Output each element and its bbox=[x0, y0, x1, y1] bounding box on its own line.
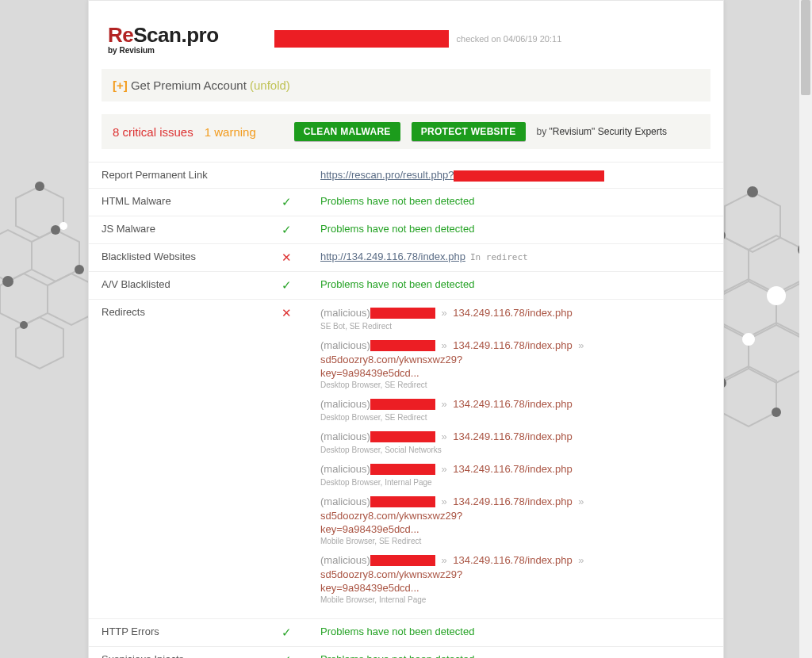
redirect-item: (malicious) » 134.249.116.78/index.phpSE… bbox=[320, 306, 710, 331]
redirect-item: (malicious) » 134.249.116.78/index.phpDe… bbox=[320, 430, 710, 454]
redirect-source-redacted bbox=[370, 464, 435, 475]
label-http-errors: HTTP Errors bbox=[89, 618, 265, 646]
malicious-tag: (malicious) bbox=[320, 339, 370, 351]
label-permalink: Report Permanent Link bbox=[89, 163, 265, 189]
malicious-tag: (malicious) bbox=[320, 463, 370, 475]
label-av-blacklisted: A/V Blacklisted bbox=[89, 271, 265, 299]
malicious-tag: (malicious) bbox=[320, 554, 370, 566]
arrow-icon: » bbox=[435, 398, 453, 410]
redirect-meta: SE Bot, SE Redirect bbox=[320, 322, 710, 331]
value-av-blacklisted: Problems have not been detected bbox=[320, 278, 474, 290]
malicious-tag: (malicious) bbox=[320, 495, 370, 507]
redirect-target[interactable]: 134.249.116.78/index.php bbox=[453, 398, 572, 410]
permalink-url[interactable]: https://rescan.pro/result.php? bbox=[320, 169, 454, 181]
by-experts: by "Revisium" Security Experts bbox=[537, 126, 668, 137]
redirect-meta: Desktop Browser, Social Networks bbox=[320, 446, 710, 454]
redirect-item: (malicious) » 134.249.116.78/index.phpDe… bbox=[320, 462, 710, 487]
redirect-key-line: key=9a98439e5dcd... bbox=[320, 523, 710, 535]
logo-part-scan: Scan bbox=[133, 23, 181, 47]
scanned-domain-redacted bbox=[274, 30, 449, 48]
redirect-source-redacted bbox=[370, 555, 435, 566]
arrow-icon: » bbox=[435, 554, 453, 566]
redirect-target[interactable]: 134.249.116.78/index.php bbox=[453, 463, 572, 475]
warning-count: 1 warning bbox=[205, 125, 256, 139]
arrow-icon: » bbox=[573, 339, 588, 351]
redirect-meta: Desktop Browser, Internal Page bbox=[320, 478, 710, 487]
row-js-malware: JS Malware ✓ Problems have not been dete… bbox=[89, 216, 723, 243]
row-permalink: Report Permanent Link https://rescan.pro… bbox=[89, 163, 723, 189]
check-icon: ✓ bbox=[282, 653, 292, 658]
blacklisted-url[interactable]: http://134.249.116.78/index.php bbox=[320, 251, 465, 262]
value-suspicious-injects: Problems have not been detected bbox=[320, 653, 474, 658]
permalink-token-redacted bbox=[454, 170, 604, 182]
redirect-meta: Mobile Browser, SE Redirect bbox=[320, 537, 710, 545]
malicious-tag: (malicious) bbox=[320, 430, 370, 442]
row-redirects: Redirects ✕ (malicious) » 134.249.116.78… bbox=[89, 299, 723, 618]
label-blacklisted: Blacklisted Websites bbox=[89, 243, 265, 271]
premium-text: Get Premium Account bbox=[128, 78, 250, 92]
logo-part-re: Re bbox=[108, 23, 133, 47]
arrow-icon: » bbox=[435, 307, 453, 319]
redirect-target[interactable]: 134.249.116.78/index.php bbox=[453, 495, 572, 507]
protect-website-button[interactable]: PROTECT WEBSITE bbox=[412, 122, 526, 141]
redirect-key-line: key=9a98439e5dcd... bbox=[320, 367, 710, 379]
value-html-malware: Problems have not been detected bbox=[320, 195, 474, 207]
malicious-tag: (malicious) bbox=[320, 307, 370, 319]
malicious-tag: (malicious) bbox=[320, 398, 370, 410]
redirect-meta: Desktop Browser, SE Redirect bbox=[320, 413, 710, 422]
arrow-icon: » bbox=[435, 339, 453, 351]
value-js-malware: Problems have not been detected bbox=[320, 223, 474, 235]
redirect-item: (malicious) » 134.249.116.78/index.phpDe… bbox=[320, 397, 710, 422]
redirect-meta: Mobile Browser, Internal Page bbox=[320, 595, 710, 604]
redirect-source-redacted bbox=[370, 399, 435, 410]
scrollbar-thumb[interactable] bbox=[801, 0, 810, 95]
check-icon: ✓ bbox=[282, 278, 292, 292]
label-suspicious-injects: Suspicious Injects bbox=[89, 646, 265, 658]
cross-icon: ✕ bbox=[282, 306, 292, 319]
redirect-source-redacted bbox=[370, 340, 435, 351]
header: ReScan.pro by Revisium checked on 04/06/… bbox=[89, 1, 723, 69]
revisium-experts-link[interactable]: "Revisium" Security Experts bbox=[550, 126, 668, 137]
report-page: ReScan.pro by Revisium checked on 04/06/… bbox=[88, 0, 724, 658]
row-http-errors: HTTP Errors ✓ Problems have not been det… bbox=[89, 618, 723, 646]
unfold-icon[interactable]: [+] bbox=[113, 78, 128, 92]
check-icon: ✓ bbox=[282, 223, 292, 236]
report-table: Report Permanent Link https://rescan.pro… bbox=[89, 162, 723, 658]
value-http-errors: Problems have not been detected bbox=[320, 625, 474, 637]
in-redirect-tag: In redirect bbox=[470, 252, 528, 262]
redirect-key-line: key=9a98439e5dcd... bbox=[320, 582, 710, 594]
label-js-malware: JS Malware bbox=[89, 216, 265, 243]
label-redirects: Redirects bbox=[89, 299, 265, 618]
checked-on-label: checked on 04/06/19 20:11 bbox=[457, 34, 562, 44]
row-blacklisted: Blacklisted Websites ✕ http://134.249.11… bbox=[89, 243, 723, 271]
redirect-target[interactable]: sd5doozry8.com/ykwnsxwz29? bbox=[320, 354, 462, 365]
unfold-label[interactable]: (unfold) bbox=[250, 78, 290, 92]
critical-issues-count: 8 critical issues bbox=[113, 125, 193, 139]
redirect-source-redacted bbox=[370, 308, 435, 319]
redirect-source-redacted bbox=[370, 496, 435, 507]
clean-malware-button[interactable]: CLEAN MALWARE bbox=[294, 122, 400, 141]
arrow-icon: » bbox=[435, 463, 453, 475]
redirect-target[interactable]: 134.249.116.78/index.php bbox=[453, 554, 572, 566]
redirect-target[interactable]: sd5doozry8.com/ykwnsxwz29? bbox=[320, 510, 462, 522]
redirect-target[interactable]: 134.249.116.78/index.php bbox=[453, 307, 572, 319]
logo[interactable]: ReScan.pro by Revisium bbox=[108, 23, 219, 55]
issues-summary-bar: 8 critical issues 1 warning CLEAN MALWAR… bbox=[102, 114, 710, 149]
redirect-target[interactable]: sd5doozry8.com/ykwnsxwz29? bbox=[320, 568, 462, 580]
redirects-list: (malicious) » 134.249.116.78/index.phpSE… bbox=[308, 299, 723, 618]
row-html-malware: HTML Malware ✓ Problems have not been de… bbox=[89, 188, 723, 216]
redirect-source-redacted bbox=[370, 431, 435, 442]
logo-part-pro: .pro bbox=[181, 23, 218, 47]
scrollbar[interactable] bbox=[799, 0, 812, 658]
redirect-target[interactable]: 134.249.116.78/index.php bbox=[453, 430, 572, 442]
premium-banner[interactable]: [+] Get Premium Account (unfold) bbox=[102, 69, 710, 101]
check-icon: ✓ bbox=[282, 625, 292, 639]
row-av-blacklisted: A/V Blacklisted ✓ Problems have not been… bbox=[89, 271, 723, 299]
cross-icon: ✕ bbox=[282, 251, 292, 264]
label-html-malware: HTML Malware bbox=[89, 188, 265, 216]
arrow-icon: » bbox=[573, 495, 588, 507]
redirect-item: (malicious) » 134.249.116.78/index.php »… bbox=[320, 495, 710, 545]
arrow-icon: » bbox=[435, 430, 453, 442]
redirect-target[interactable]: 134.249.116.78/index.php bbox=[453, 339, 572, 351]
redirect-item: (malicious) » 134.249.116.78/index.php »… bbox=[320, 339, 710, 389]
